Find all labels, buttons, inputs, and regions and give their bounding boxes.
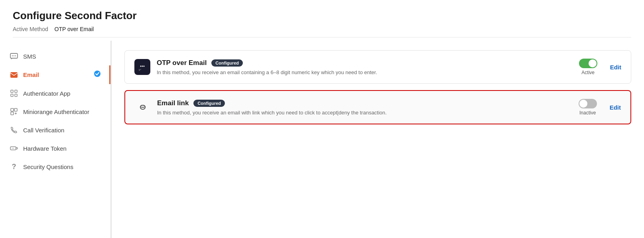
sidebar-item-email-label: Email <box>23 71 39 78</box>
svg-rect-10 <box>11 108 14 111</box>
email-link-title-row: Email link Configured <box>157 99 572 107</box>
email-check-icon <box>94 70 101 79</box>
otp-email-edit-button[interactable]: Edit <box>610 64 621 71</box>
svg-point-5 <box>94 71 100 77</box>
breadcrumb-separator <box>51 26 52 32</box>
otp-email-name: OTP over Email <box>157 59 207 67</box>
sidebar-item-call-verification[interactable]: Call Verification <box>0 121 110 139</box>
email-icon <box>10 71 18 79</box>
otp-email-toggle[interactable] <box>579 59 597 68</box>
sidebar-item-security-questions[interactable]: ? Security Questions <box>0 157 110 176</box>
email-link-card: Email link Configured In this method, yo… <box>124 90 631 124</box>
otp-email-badge: Configured <box>211 59 243 67</box>
sms-icon <box>10 52 18 61</box>
svg-rect-12 <box>11 112 14 115</box>
sidebar-item-authenticator-app[interactable]: Authenticator App <box>0 84 110 102</box>
breadcrumb-value: OTP over Email <box>55 26 94 32</box>
email-link-toggle-container: Inactive <box>579 99 597 116</box>
svg-rect-7 <box>15 90 17 92</box>
sidebar-item-miniorange[interactable]: Miniorange Authenticator <box>0 102 110 121</box>
sidebar-item-sms-label: SMS <box>23 53 36 60</box>
svg-point-1 <box>12 55 13 56</box>
otp-email-info: OTP over Email Configured In this method… <box>157 59 573 75</box>
sidebar-item-hardware-token[interactable]: Hardware Token <box>0 139 110 157</box>
svg-rect-8 <box>11 94 13 96</box>
main-content: SMS Email <box>0 41 644 238</box>
sidebar-item-call-verification-label: Call Verification <box>23 127 64 134</box>
authenticator-app-icon <box>10 89 18 98</box>
sidebar-item-sms[interactable]: SMS <box>0 47 110 65</box>
svg-point-3 <box>15 55 16 56</box>
email-link-actions: Inactive Edit <box>579 99 621 116</box>
breadcrumb-label: Active Method <box>13 26 48 32</box>
otp-email-icon-box <box>134 59 150 75</box>
email-link-badge: Configured <box>193 100 225 107</box>
otp-email-actions: Active Edit <box>579 59 621 75</box>
svg-rect-11 <box>14 108 17 111</box>
sidebar-item-hardware-token-label: Hardware Token <box>23 145 67 152</box>
content-area: OTP over Email Configured In this method… <box>112 41 644 238</box>
email-link-description: In this method, you receive an email wit… <box>157 110 572 116</box>
sidebar-item-email[interactable]: Email <box>0 65 110 84</box>
otp-email-status-label: Active <box>581 70 595 75</box>
svg-rect-15 <box>10 147 16 150</box>
miniorange-icon <box>10 107 18 116</box>
otp-email-description: In this method, you receive an email con… <box>157 69 573 75</box>
hardware-token-icon <box>10 144 18 153</box>
breadcrumb: Active Method OTP over Email <box>13 26 631 37</box>
svg-rect-6 <box>11 90 13 92</box>
email-link-edit-button[interactable]: Edit <box>610 104 621 111</box>
page-wrapper: Configure Second Factor Active Method OT… <box>0 0 644 238</box>
email-link-toggle[interactable] <box>579 99 597 108</box>
email-link-name: Email link <box>157 99 189 107</box>
svg-point-2 <box>14 55 14 56</box>
page-header: Configure Second Factor Active Method OT… <box>0 0 644 41</box>
sidebar: SMS Email <box>0 41 112 238</box>
svg-point-22 <box>144 66 145 67</box>
sidebar-item-security-questions-label: Security Questions <box>23 163 73 170</box>
email-link-icon-box <box>135 99 151 115</box>
svg-rect-9 <box>15 94 17 96</box>
svg-point-16 <box>16 148 18 149</box>
page-title: Configure Second Factor <box>13 10 631 22</box>
sidebar-item-miniorange-label: Miniorange Authenticator <box>23 108 89 115</box>
otp-email-title-row: OTP over Email Configured <box>157 59 573 67</box>
email-link-info: Email link Configured In this method, yo… <box>157 99 572 116</box>
svg-point-21 <box>142 66 143 67</box>
email-link-status-label: Inactive <box>579 110 596 116</box>
svg-point-20 <box>140 66 142 67</box>
question-mark-icon: ? <box>10 162 18 171</box>
otp-email-card: OTP over Email Configured In this method… <box>124 50 631 84</box>
phone-icon <box>10 126 18 134</box>
otp-email-toggle-container: Active <box>579 59 597 75</box>
sidebar-item-authenticator-app-label: Authenticator App <box>23 90 70 97</box>
svg-rect-4 <box>10 72 18 78</box>
